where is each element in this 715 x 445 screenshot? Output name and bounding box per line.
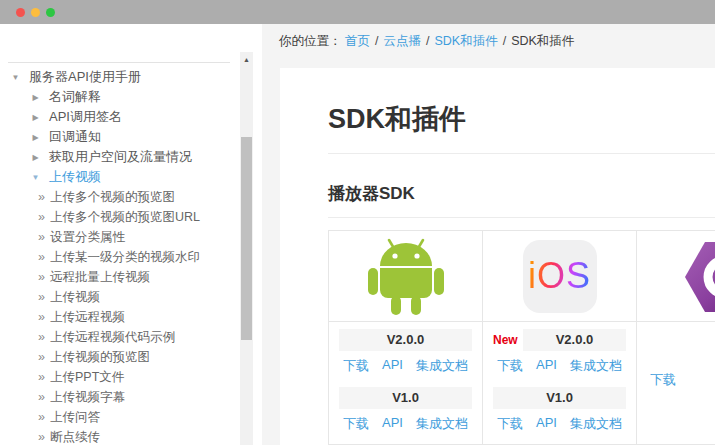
links-row: 下载API集成文档 [343,415,468,433]
download-link[interactable]: 下载 [343,415,369,433]
breadcrumb-current: SDK和插件 [511,34,574,48]
tree-item[interactable]: »上传视频 [0,287,236,307]
double-arrow-icon: » [38,430,45,444]
tree-item-label: 获取用户空间及流量情况 [49,148,192,166]
double-arrow-icon: » [38,310,45,324]
tree-item-label: 设置分类属性 [50,229,125,246]
chevron-right-icon: ▶ [30,153,41,162]
double-arrow-icon: » [38,390,45,404]
tree-item[interactable]: »远程批量上传视频 [0,267,236,287]
double-arrow-icon: » [38,230,45,244]
tree-item-label: 回调通知 [49,128,101,146]
sidebar: ▼服务器API使用手册▶名词解释▶API调用签名▶回调通知▶获取用户空间及流量情… [0,24,262,445]
tree-item-label: 上传视频字幕 [50,389,125,406]
tree-item-label: 上传视频的预览图 [50,349,150,366]
links-row: 下载API集成文档 [497,357,622,375]
sidebar-divider [8,62,230,63]
tree-item-label: 断点续传 [50,429,100,445]
breadcrumb-label: 你的位置： [279,34,342,48]
tree-item-label: 上传多个视频的预览图URL [50,209,200,226]
links-row: 下载API集成文档 [343,357,468,375]
minimize-window-button[interactable] [31,8,40,17]
api-link[interactable]: API [382,357,403,375]
tree-item[interactable]: »上传多个视频的预览图 [0,187,236,207]
chevron-down-icon: ▼ [30,173,41,182]
scroll-up-button[interactable]: ▲ [240,54,253,66]
android-info-cell: V2.0.0下载API集成文档V1.0下载API集成文档 [329,329,482,444]
content-card: SDK和插件 播放器SDK [280,68,715,445]
android-icon-cell [329,231,482,322]
tree-item-label: 上传远程视频代码示例 [50,329,175,346]
tree-item[interactable]: ▶回调通知 [0,127,236,147]
tree-item[interactable]: »上传PPT文件 [0,367,236,387]
tree-item[interactable]: ▶API调用签名 [0,107,236,127]
sidebar-scrollbar[interactable]: ▲ [240,52,253,445]
sdk-table: V2.0.0下载API集成文档V1.0下载API集成文档 iOS NewV2.0… [328,230,715,445]
tree-item[interactable]: ▶获取用户空间及流量情况 [0,147,236,167]
close-window-button[interactable] [16,8,25,17]
double-arrow-icon: » [38,350,45,364]
version-row: V2.0.0 [339,329,472,351]
download-link[interactable]: 下载 [343,357,369,375]
tree-item[interactable]: »上传问答 [0,407,236,427]
ios-logo-icon: iOS [523,240,597,313]
tree-item[interactable]: »断点续传 [0,427,236,445]
breadcrumb-link[interactable]: 首页 [345,34,370,48]
version-row: V1.0 [493,387,626,409]
breadcrumb: 你的位置： 首页/云点播/SDK和插件/SDK和插件 [279,33,574,50]
tree-item-label: 上传某一级分类的视频水印 [50,249,200,266]
tree-item[interactable]: ▶名词解释 [0,87,236,107]
tree-item[interactable]: »上传远程视频代码示例 [0,327,236,347]
main-area: 你的位置： 首页/云点播/SDK和插件/SDK和插件 SDK和插件 播放器SDK [262,24,715,445]
ios-logo-text: iOS [528,255,591,297]
tree-item[interactable]: »上传某一级分类的视频水印 [0,247,236,267]
breadcrumb-link[interactable]: SDK和插件 [434,34,497,48]
download-link[interactable]: 下载 [650,371,676,389]
version-row: V1.0 [339,387,472,409]
chevron-right-icon: ▶ [30,93,41,102]
integration-doc-link[interactable]: 集成文档 [416,415,468,433]
window-body: ▼服务器API使用手册▶名词解释▶API调用签名▶回调通知▶获取用户空间及流量情… [0,24,715,445]
breadcrumb-link[interactable]: 云点播 [383,34,421,48]
tree-item[interactable]: »上传视频的预览图 [0,347,236,367]
new-badge: New [493,333,523,347]
api-link[interactable]: API [536,415,557,433]
tree-item[interactable]: »上传视频字幕 [0,387,236,407]
tree-item-label: 上传多个视频的预览图 [50,189,175,206]
chevron-down-icon: ▼ [10,73,21,82]
integration-doc-link[interactable]: 集成文档 [416,357,468,375]
tree-item[interactable]: »设置分类属性 [0,227,236,247]
tree-item-label: API调用签名 [49,108,122,126]
sdk-column-csharp: 下载 [637,231,715,444]
double-arrow-icon: » [38,290,45,304]
android-robot-icon [368,236,444,316]
breadcrumb-separator: / [503,34,506,48]
download-link[interactable]: 下载 [497,415,523,433]
tree-item-active[interactable]: ▼上传视频 [0,167,236,187]
tree-item-label: 名词解释 [49,88,101,106]
tree-item[interactable]: »上传多个视频的预览图URL [0,207,236,227]
tree-item[interactable]: »上传远程视频 [0,307,236,327]
window-titlebar [0,0,715,24]
api-link[interactable]: API [536,357,557,375]
scrollbar-thumb[interactable] [241,137,252,340]
section-title: 播放器SDK [328,154,715,218]
version-label: V1.0 [339,387,472,409]
version-label: V2.0.0 [523,329,626,351]
sdk-column-android: V2.0.0下载API集成文档V1.0下载API集成文档 [329,231,483,444]
zoom-window-button[interactable] [46,8,55,17]
page-title: SDK和插件 [328,68,715,154]
csharp-info-cell: 下载 [637,322,715,437]
double-arrow-icon: » [38,210,45,224]
sdk-column-ios: iOS NewV2.0.0下载API集成文档V1.0下载API集成文档 [483,231,637,444]
download-link[interactable]: 下载 [497,357,523,375]
ios-info-cell: NewV2.0.0下载API集成文档V1.0下载API集成文档 [483,329,636,444]
tree-item[interactable]: ▼服务器API使用手册 [0,67,236,87]
csharp-icon-cell [637,231,715,322]
tree-item-label: 上传远程视频 [50,309,125,326]
tree-item-label: 上传问答 [50,409,100,426]
integration-doc-link[interactable]: 集成文档 [570,357,622,375]
api-link[interactable]: API [382,415,403,433]
sidebar-tree: ▼服务器API使用手册▶名词解释▶API调用签名▶回调通知▶获取用户空间及流量情… [0,67,236,445]
integration-doc-link[interactable]: 集成文档 [570,415,622,433]
